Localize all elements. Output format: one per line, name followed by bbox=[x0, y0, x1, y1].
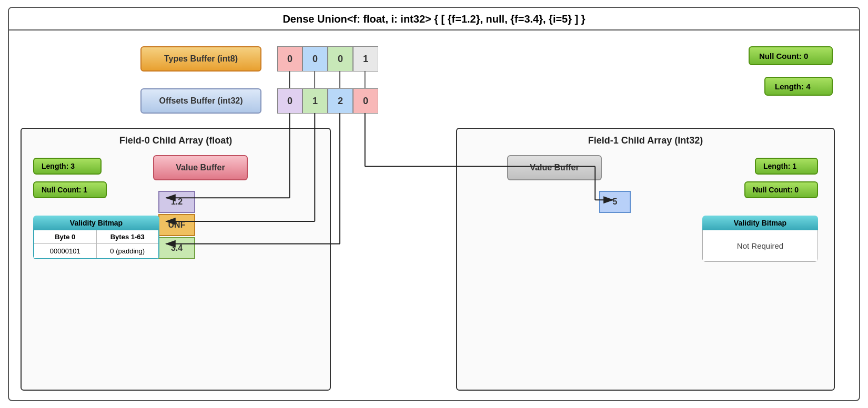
field1-null-count-badge: Null Count: 0 bbox=[744, 181, 818, 198]
types-buffer-cells: 0 0 0 1 bbox=[277, 46, 378, 72]
types-cell-0: 0 bbox=[277, 46, 302, 72]
field1-validity-header: Validity Bitmap bbox=[702, 216, 818, 230]
offsets-cell-2: 2 bbox=[328, 88, 353, 114]
field0-value-buffer-box: Value Buffer bbox=[153, 155, 248, 180]
field0-validity-col1-header: Byte 0 bbox=[34, 230, 97, 243]
main-container: Dense Union<f: float, i: int32> { [ {f=1… bbox=[8, 7, 860, 401]
field0-validity-box: Validity Bitmap Byte 0 Bytes 1-63 000001… bbox=[33, 216, 159, 259]
content-area: Types Buffer (int8) 0 0 0 1 Offsets Buff… bbox=[9, 30, 859, 397]
field1-value-buffer-box: Value Buffer bbox=[507, 155, 602, 180]
types-cell-3: 1 bbox=[353, 46, 378, 72]
field0-null-count-badge: Null Count: 1 bbox=[33, 181, 107, 198]
field0-validity-col-headers: Byte 0 Bytes 1-63 bbox=[34, 230, 158, 244]
field0-validity-byte0: 00000101 bbox=[34, 244, 97, 258]
offsets-buffer-cells: 0 1 2 0 bbox=[277, 88, 378, 114]
field0-validity-data-row: 00000101 0 (padding) bbox=[34, 244, 158, 258]
field0-cell-unf: UNF bbox=[158, 214, 195, 236]
field1-validity-box: Validity Bitmap Not Required bbox=[702, 216, 818, 262]
field1-not-required: Not Required bbox=[702, 230, 818, 262]
field1-child-box: Field-1 Child Array (Int32) Value Buffer… bbox=[456, 128, 835, 391]
offsets-cell-3: 0 bbox=[353, 88, 378, 114]
field1-cell-5: 5 bbox=[599, 191, 631, 213]
field0-child-box: Field-0 Child Array (float) Length: 3 Nu… bbox=[21, 128, 331, 391]
field0-cell-1-2: 1.2 bbox=[158, 191, 195, 213]
field0-title: Field-0 Child Array (float) bbox=[22, 129, 330, 150]
field1-length-badge: Length: 1 bbox=[755, 158, 818, 175]
types-cell-2: 0 bbox=[328, 46, 353, 72]
offsets-cell-0: 0 bbox=[277, 88, 302, 114]
length-top-badge: Length: 4 bbox=[764, 77, 833, 96]
null-count-top-badge: Null Count: 0 bbox=[749, 46, 833, 65]
offsets-buffer-label: Offsets Buffer (int32) bbox=[140, 88, 261, 114]
field0-length-badge: Length: 3 bbox=[33, 158, 102, 175]
field0-validity-body: Byte 0 Bytes 1-63 00000101 0 (padding) bbox=[33, 230, 159, 259]
offsets-cell-1: 1 bbox=[302, 88, 328, 114]
types-buffer-label: Types Buffer (int8) bbox=[140, 46, 261, 72]
field0-validity-bytes1-63: 0 (padding) bbox=[97, 244, 159, 258]
field0-cell-3-4: 3.4 bbox=[158, 237, 195, 259]
field0-validity-col2-header: Bytes 1-63 bbox=[97, 230, 159, 243]
field0-validity-header: Validity Bitmap bbox=[33, 216, 159, 230]
title-text: Dense Union<f: float, i: int32> { [ {f=1… bbox=[282, 13, 585, 25]
field1-title: Field-1 Child Array (Int32) bbox=[457, 129, 834, 150]
types-cell-1: 0 bbox=[302, 46, 328, 72]
diagram-title: Dense Union<f: float, i: int32> { [ {f=1… bbox=[9, 8, 859, 30]
